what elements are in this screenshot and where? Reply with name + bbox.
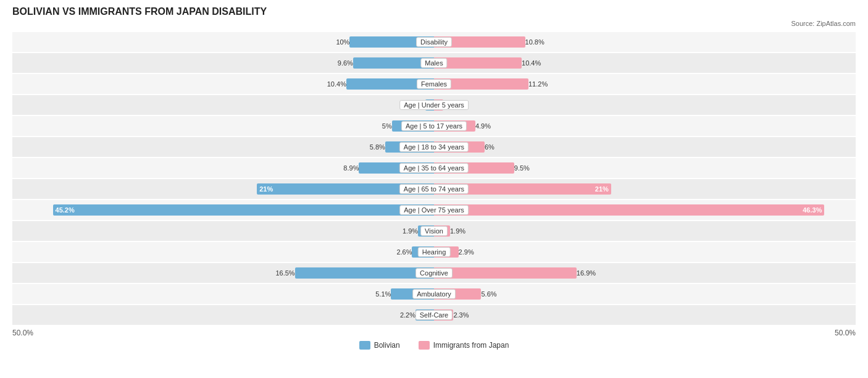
right-side: 2.3% [434, 305, 856, 325]
center-label: Age | 35 to 64 years [399, 163, 469, 173]
center-label: Ambulatory [412, 289, 456, 299]
right-value-label: 5.6% [481, 290, 496, 298]
bar-container: 5% Age | 5 to 17 years 4.9% [12, 116, 856, 136]
left-inner-label: 21% [259, 185, 273, 193]
bar-container: 1% Age | Under 5 years 1.1% [12, 95, 856, 115]
left-side: 10.4% [12, 74, 434, 94]
left-value-label: 10% [336, 38, 349, 46]
right-side: 4.9% [434, 116, 856, 136]
right-inner-label: 21% [595, 185, 609, 193]
right-side: 2.9% [434, 242, 856, 262]
left-side: 5% [12, 116, 434, 136]
right-side: 9.5% [434, 158, 856, 178]
bar-container: 45.2% Age | Over 75 years 46.3% [12, 200, 856, 220]
right-value-label: 9.5% [514, 164, 530, 172]
left-value-label: 5.1% [375, 290, 391, 298]
legend-bolivian: Bolivian [359, 341, 400, 350]
chart-row: 45.2% Age | Over 75 years 46.3% [12, 200, 856, 220]
left-side: 2.2% [12, 305, 434, 325]
bar-container: 10.4% Females 11.2% [12, 74, 856, 94]
right-side: 5.6% [434, 284, 856, 304]
legend-japan: Immigrants from Japan [419, 341, 509, 350]
bar-container: 21% Age | 65 to 74 years 21% [12, 179, 856, 199]
right-side: 16.9% [434, 263, 856, 283]
left-side: 1.9% [12, 221, 434, 241]
legend: Bolivian Immigrants from Japan [12, 341, 856, 350]
right-side: 11.2% [434, 74, 856, 94]
chart-title: BOLIVIAN VS IMMIGRANTS FROM JAPAN DISABI… [12, 6, 856, 17]
right-side: 1.9% [434, 221, 856, 241]
chart-row: 5.1% Ambulatory 5.6% [12, 284, 856, 304]
chart-row: 2.2% Self-Care 2.3% [12, 305, 856, 325]
right-side: 10.4% [434, 53, 856, 73]
axis-row: 50.0% 50.0% [12, 329, 856, 337]
right-value-label: 11.2% [528, 80, 548, 88]
bar-right [434, 267, 577, 279]
right-value-label: 6% [485, 143, 495, 151]
left-value-label: 9.6% [338, 59, 353, 67]
center-label: Age | 18 to 34 years [399, 142, 469, 152]
right-value-label: 10.8% [525, 38, 545, 46]
right-side: 1.1% [434, 95, 856, 115]
bar-container: 10% Disability 10.8% [12, 32, 856, 52]
bar-container: 2.2% Self-Care 2.3% [12, 305, 856, 325]
left-value-label: 5% [382, 122, 392, 130]
left-side: 21% [12, 179, 434, 199]
chart-row: 16.5% Cognitive 16.9% [12, 263, 856, 283]
chart-row: 2.6% Hearing 2.9% [12, 242, 856, 262]
left-side: 45.2% [12, 200, 434, 220]
left-value-label: 10.4% [327, 80, 346, 88]
center-label: Age | Over 75 years [399, 205, 469, 215]
chart-area: 10% Disability 10.8% 9.6% Males [12, 32, 856, 325]
legend-japan-box [419, 341, 430, 350]
right-side: 46.3% [434, 200, 856, 220]
right-value-label: 1.9% [450, 227, 465, 235]
center-label: Hearing [418, 247, 451, 257]
legend-bolivian-box [359, 341, 370, 350]
center-label: Self-Care [415, 310, 453, 320]
center-label: Age | Under 5 years [399, 100, 469, 110]
chart-row: 10% Disability 10.8% [12, 32, 856, 52]
chart-row: 21% Age | 65 to 74 years 21% [12, 179, 856, 199]
axis-left-label: 50.0% [12, 329, 434, 337]
left-side: 2.6% [12, 242, 434, 262]
right-value-label: 2.3% [453, 311, 469, 319]
center-label: Females [417, 79, 451, 89]
chart-row: 5% Age | 5 to 17 years 4.9% [12, 116, 856, 136]
bar-right: 46.3% [434, 204, 824, 216]
right-value-label: 10.4% [522, 59, 541, 67]
bar-container: 5.1% Ambulatory 5.6% [12, 284, 856, 304]
right-value-label: 2.9% [459, 248, 474, 256]
right-inner-label: 46.3% [803, 206, 822, 214]
left-value-label: 1.9% [403, 227, 418, 235]
center-label: Cognitive [415, 268, 453, 278]
chart-row: 1.9% Vision 1.9% [12, 221, 856, 241]
left-value-label: 5.8% [370, 143, 385, 151]
chart-row: 1% Age | Under 5 years 1.1% [12, 95, 856, 115]
left-value-label: 2.6% [396, 248, 412, 256]
bar-left: 45.2% [53, 204, 434, 216]
left-value-label: 2.2% [400, 311, 415, 319]
right-side: 10.8% [434, 32, 856, 52]
left-side: 8.9% [12, 158, 434, 178]
left-side: 9.6% [12, 53, 434, 73]
left-side: 16.5% [12, 263, 434, 283]
left-inner-label: 45.2% [56, 206, 75, 214]
center-label: Males [420, 58, 447, 68]
bar-container: 9.6% Males 10.4% [12, 53, 856, 73]
left-side: 5.1% [12, 284, 434, 304]
chart-row: 8.9% Age | 35 to 64 years 9.5% [12, 158, 856, 178]
chart-row: 9.6% Males 10.4% [12, 53, 856, 73]
left-side: 10% [12, 32, 434, 52]
left-value-label: 8.9% [343, 164, 359, 172]
left-value-label: 16.5% [275, 269, 294, 277]
bar-container: 2.6% Hearing 2.9% [12, 242, 856, 262]
right-side: 21% [434, 179, 856, 199]
center-label: Age | 65 to 74 years [399, 184, 469, 194]
center-label: Age | 5 to 17 years [401, 121, 467, 131]
right-side: 6% [434, 137, 856, 157]
right-value-label: 4.9% [475, 122, 491, 130]
bar-left [295, 267, 434, 279]
bar-container: 16.5% Cognitive 16.9% [12, 263, 856, 283]
center-label: Vision [420, 226, 448, 236]
